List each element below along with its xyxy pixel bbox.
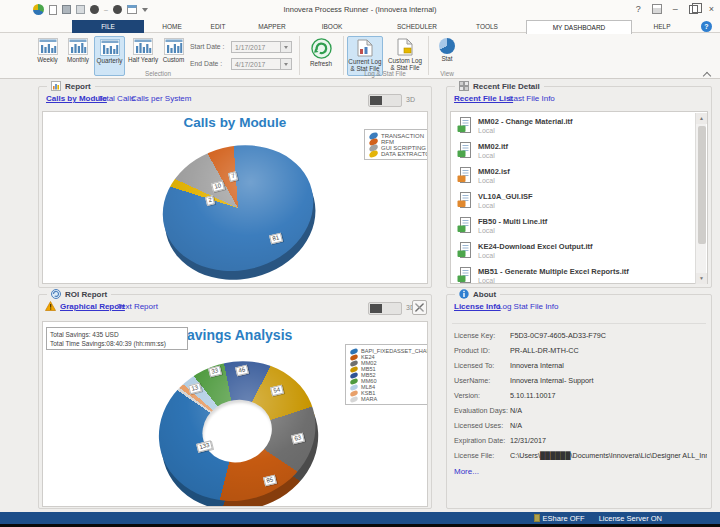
tab-scheduler[interactable]: SCHEDULER bbox=[378, 20, 456, 33]
stat-label: Stat bbox=[441, 55, 452, 62]
close-icon[interactable]: × bbox=[709, 3, 714, 15]
file-list-item[interactable]: VL10A_GUI.ISF Local bbox=[451, 189, 707, 214]
eshare-status[interactable]: EShare OFF bbox=[534, 514, 585, 523]
collapse-ribbon-icon[interactable] bbox=[704, 71, 711, 78]
report-panel-title: Report bbox=[65, 82, 91, 91]
custom-log-file-icon bbox=[397, 38, 413, 56]
tab-ibook[interactable]: IBOOK bbox=[310, 20, 354, 33]
link-recent-file-list[interactable]: Recent File List bbox=[454, 94, 513, 103]
donut-legend: BAPI_FIXEDASSET_CHANGE KE24 MM02 MB51 MB… bbox=[345, 344, 428, 405]
window-title: Innovera Process Runner - (Innovera Inte… bbox=[0, 5, 720, 14]
end-date-label: End Date : bbox=[190, 60, 222, 67]
recent-file-panel-header: Recent File Detail bbox=[455, 81, 544, 91]
pie-legend: TRANSACTION RFM GUI SCRIPTING DATA EXTRA… bbox=[364, 129, 428, 160]
file-badge bbox=[458, 251, 466, 258]
ribbon-help-icon[interactable]: ? bbox=[701, 21, 712, 32]
about-panel: About License Info Log Stat File Info Li… bbox=[446, 294, 712, 509]
file-list-item[interactable]: MM02 - Change Material.itf Local bbox=[451, 114, 707, 139]
field-label: License Key: bbox=[454, 331, 495, 340]
tab-home[interactable]: HOME bbox=[152, 20, 192, 33]
pie-chart bbox=[144, 125, 333, 284]
tab-my-dashboard[interactable]: MY DASHBOARD bbox=[526, 20, 632, 34]
file-list-item[interactable]: MB51 - Generate Multiple Excel Reports.i… bbox=[451, 264, 707, 289]
stat-pie-icon bbox=[439, 38, 455, 54]
end-date-dropdown-icon[interactable] bbox=[281, 58, 292, 70]
period-custom-label: Custom bbox=[163, 56, 185, 63]
more-link[interactable]: More... bbox=[454, 467, 479, 476]
link-graphical-report[interactable]: Graphical Report bbox=[60, 302, 125, 311]
legend-item: MARA bbox=[350, 396, 428, 402]
roi-report-panel: ROI Report Graphical Report Text Report … bbox=[38, 294, 432, 509]
file-list-item[interactable]: FB50 - Multi Line.itf Local bbox=[451, 214, 707, 239]
period-quarterly-label: Quarterly bbox=[97, 57, 123, 64]
style-icon[interactable] bbox=[652, 4, 662, 14]
calls-by-module-chart: Calls by Module 81 7 10 2 TRANSACTION RF… bbox=[42, 111, 428, 284]
link-log-stat-file-info[interactable]: Log Stat File Info bbox=[498, 302, 558, 311]
field-value: Innovera Internal bbox=[510, 361, 707, 370]
link-license-info[interactable]: License Info bbox=[454, 302, 501, 311]
field-label: Product ID: bbox=[454, 346, 490, 355]
report-panel: Report Calls by Module Total Calls Calls… bbox=[38, 86, 432, 288]
file-icon bbox=[457, 242, 471, 258]
file-list-item[interactable]: MM02.isf Local bbox=[451, 164, 707, 189]
restore-icon[interactable] bbox=[689, 5, 698, 14]
tools-icon bbox=[415, 303, 424, 312]
pie-face bbox=[149, 130, 326, 284]
file-list-item[interactable]: KE24-Download Excel Output.itf Local bbox=[451, 239, 707, 264]
tab-file[interactable]: FILE bbox=[72, 20, 144, 33]
scroll-down-icon[interactable]: ▼ bbox=[696, 273, 707, 284]
file-icon bbox=[457, 267, 471, 283]
refresh-label: Refresh bbox=[310, 60, 332, 67]
file-list-scrollbar[interactable]: ▲ ▼ bbox=[695, 113, 706, 284]
field-label: Licensed To: bbox=[454, 361, 494, 370]
field-value: 5.10.11.10017 bbox=[510, 391, 707, 400]
recent-file-panel-title: Recent File Detail bbox=[473, 82, 540, 91]
ribbon: Weekly Monthly Quarterly Half Yearly Cus… bbox=[0, 33, 720, 79]
savings-analysis-chart: Total Savings: 435 USD Total Time Saving… bbox=[42, 321, 428, 507]
roi-summary-box: Total Savings: 435 USD Total Time Saving… bbox=[46, 327, 188, 350]
scrollbar-thumb[interactable] bbox=[698, 126, 706, 244]
field-label: Licensed Uses: bbox=[454, 421, 503, 430]
group-divider bbox=[343, 36, 344, 75]
quarterly-chart-icon bbox=[100, 39, 120, 56]
field-value: PR-ALL-DR-MTH-CC bbox=[510, 346, 707, 355]
recent-file-panel: Recent File Detail Recent File List Last… bbox=[446, 86, 712, 288]
monthly-chart-icon bbox=[68, 38, 88, 55]
link-calls-per-system[interactable]: Calls per System bbox=[131, 94, 191, 103]
toggle-knob bbox=[370, 96, 382, 105]
tab-tools[interactable]: TOOLS bbox=[466, 20, 508, 33]
period-weekly-label: Weekly bbox=[37, 56, 58, 63]
period-half-yearly-label: Half Yearly bbox=[128, 56, 158, 63]
title-bar: – Innovera Process Runner - (Innovera In… bbox=[0, 0, 720, 20]
ribbon-tab-bar: FILE HOME EDIT MAPPER IBOOK SCHEDULER TO… bbox=[0, 20, 720, 33]
window-controls: ? – × bbox=[636, 3, 714, 15]
dashboard-content: Report Calls by Module Total Calls Calls… bbox=[0, 79, 720, 512]
license-server-status: License Server ON bbox=[599, 514, 662, 523]
link-total-calls[interactable]: Total Calls bbox=[98, 94, 135, 103]
legend-swatch bbox=[368, 150, 378, 158]
start-date-input[interactable]: 1/17/2017 bbox=[231, 41, 281, 53]
file-icon bbox=[457, 217, 471, 233]
app-window: – Innovera Process Runner - (Innovera In… bbox=[0, 0, 720, 527]
link-text-report[interactable]: Text Report bbox=[117, 302, 158, 311]
report-3d-toggle[interactable] bbox=[368, 94, 402, 107]
roi-settings-button[interactable] bbox=[412, 300, 427, 315]
file-list-item[interactable]: MM02.itf Local bbox=[451, 139, 707, 164]
refresh-button[interactable]: Refresh bbox=[303, 36, 339, 76]
start-date-dropdown-icon[interactable] bbox=[281, 41, 292, 53]
field-label: Evaluation Days: bbox=[454, 406, 508, 415]
recent-file-icon bbox=[459, 81, 469, 91]
help-icon[interactable]: ? bbox=[636, 3, 641, 15]
tab-mapper[interactable]: MAPPER bbox=[246, 20, 298, 33]
roi-3d-toggle[interactable] bbox=[368, 302, 402, 315]
tab-help[interactable]: HELP bbox=[643, 20, 681, 33]
period-monthly-label: Monthly bbox=[67, 56, 89, 63]
minimize-icon[interactable]: – bbox=[673, 3, 678, 15]
end-date-input[interactable]: 4/17/2017 bbox=[231, 58, 281, 70]
scroll-up-icon[interactable]: ▲ bbox=[696, 113, 707, 124]
group-divider bbox=[299, 36, 300, 75]
link-last-file-info[interactable]: Last File Info bbox=[509, 94, 555, 103]
tab-edit[interactable]: EDIT bbox=[199, 20, 237, 33]
donut-chart bbox=[137, 338, 338, 507]
field-value: C:\Users\██████\Documents\Innovera\Lic\D… bbox=[510, 451, 707, 460]
